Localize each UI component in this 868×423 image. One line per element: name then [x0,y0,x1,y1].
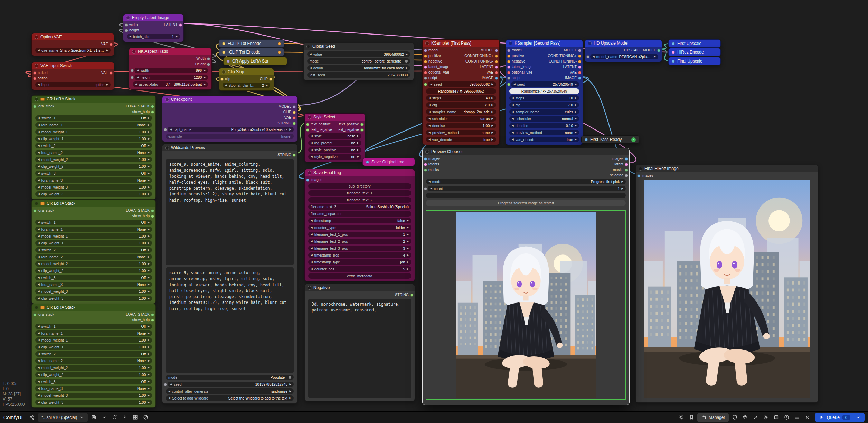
increment-arrow-icon[interactable] [575,138,577,141]
increment-arrow-icon[interactable] [491,138,493,141]
history-icon[interactable] [782,413,791,422]
node-titlebar[interactable]: Empty Latent Image [123,14,183,21]
cr-lora-stack-3-clip_weight_2-widget[interactable]: clip_weight_21.00 [35,372,152,377]
decrement-arrow-icon[interactable] [310,53,312,56]
increment-arrow-icon[interactable] [654,55,656,58]
decrement-arrow-icon[interactable] [38,283,40,286]
node-negative[interactable]: NegativeSTRING3d, monochrome, watermark,… [304,284,415,401]
decrement-arrow-icon[interactable] [38,144,40,147]
collapse-dot[interactable] [509,41,512,45]
output-slot-IMAGE[interactable] [578,77,581,80]
increment-arrow-icon[interactable] [491,117,493,120]
prompt-textarea[interactable]: score_9, source_anime, anime_coloring, a… [166,267,294,373]
decrement-arrow-icon[interactable] [38,186,40,189]
decrement-arrow-icon[interactable] [38,137,40,140]
collapsed-output-dot[interactable] [278,51,281,54]
save-workflow-icon[interactable] [89,413,98,422]
increment-arrow-icon[interactable] [491,97,493,99]
global-seed-mode-widget[interactable]: modecontrol_before_generate [307,58,410,64]
increment-arrow-icon[interactable] [148,117,150,119]
cr-lora-stack-2-switch_1-widget[interactable]: switch_1Off [35,220,152,225]
increment-arrow-icon[interactable] [106,49,108,52]
input-slot-model[interactable] [424,49,427,52]
increment-arrow-icon[interactable] [407,268,409,270]
increment-arrow-icon[interactable] [148,256,150,258]
increment-arrow-icon[interactable] [407,261,409,263]
ksampler-first-pass-vae_decode-widget[interactable]: vae_decodetrue [426,137,496,142]
collapse-dot[interactable] [35,97,38,101]
increment-arrow-icon[interactable] [357,148,359,151]
node-hd-upscale-model[interactable]: HD Upscale ModelUPSCALE_MODELmodel_nameR… [585,39,662,62]
input-slot-optional_vae[interactable] [507,71,510,74]
input-slot-model[interactable] [507,49,510,52]
increment-arrow-icon[interactable] [148,276,150,279]
increment-arrow-icon[interactable] [575,131,577,134]
increment-arrow-icon[interactable] [148,221,150,224]
node-cr-lora-stack-3[interactable]: CR LoRA Stacklora_stackLORA_STACKshow_he… [31,304,156,408]
node-titlebar[interactable]: Negative [305,284,415,291]
increment-arrow-icon[interactable] [148,359,150,362]
decrement-arrow-icon[interactable] [38,235,40,238]
output-slot-MODEL[interactable] [495,49,498,52]
input-slot-lora_stack[interactable] [33,313,36,316]
input-slot-images[interactable] [306,179,309,182]
increment-arrow-icon[interactable] [148,193,150,195]
ksampler-second-pass-steps-widget[interactable]: steps10 [509,95,579,101]
increment-arrow-icon[interactable] [148,332,150,335]
node-global-seed[interactable]: Global Seedvalue3965580062modecontrol_be… [303,42,414,80]
increment-arrow-icon[interactable] [148,339,150,342]
increment-arrow-icon[interactable] [491,110,493,113]
cr-lora-stack-2-lora_name_3-widget[interactable]: lora_name_3None [35,282,152,287]
decrement-arrow-icon[interactable] [311,240,313,243]
save-final-img-counter_type-widget[interactable]: counter_typefolder [308,225,411,230]
input-slot-script[interactable] [507,77,510,80]
style-select-log_prompt-widget[interactable]: log_promptno [308,140,361,146]
decrement-arrow-icon[interactable] [38,151,40,154]
vae-input-switch-input-widget[interactable]: Inputoption [35,82,111,87]
style-select-style_positive-widget[interactable]: style_positiveno [308,147,361,153]
decrement-arrow-icon[interactable] [137,69,139,72]
decrement-arrow-icon[interactable] [38,249,40,251]
decrement-arrow-icon[interactable] [38,172,40,175]
increment-arrow-icon[interactable] [148,297,150,300]
output-slot-LORA_STACK[interactable] [151,105,154,108]
node-preview-chooser[interactable]: Preview Chooserimagesimageslatentslatent… [422,148,630,405]
decrement-arrow-icon[interactable] [38,179,40,182]
save-final-img-filename_text_3_pos-widget[interactable]: filename_text_3_pos3 [308,246,411,251]
increment-arrow-icon[interactable] [106,83,108,86]
output-slot-CLIP[interactable] [269,78,272,81]
decrement-arrow-icon[interactable] [512,104,514,106]
node-titlebar[interactable]: Checkpoint [162,96,297,103]
decrement-arrow-icon[interactable] [512,97,514,99]
increment-arrow-icon[interactable] [148,366,150,369]
gallery-icon[interactable] [131,413,140,422]
cr-lora-stack-3-switch_2-widget[interactable]: switch_2Off [35,351,152,357]
collapsed-slot-dot[interactable] [585,138,588,141]
node-final-upscale[interactable]: Final Upscale [668,57,721,65]
save-final-img-filename_text_1_pos-widget[interactable]: filename_text_1_pos1 [308,232,411,237]
collapse-dot[interactable] [425,41,429,45]
decrement-arrow-icon[interactable] [38,158,40,161]
node-final-hirez-image[interactable]: Final HiRez Imageimages [635,165,818,403]
collapse-dot[interactable] [308,115,311,119]
node-nk-aspect-ratio[interactable]: NK Aspect RatioWidthHeightwidth896height… [129,48,212,90]
node-vae-input-switch[interactable]: VAE Input SwitchbakedVAEoptionInputoptio… [31,62,114,90]
wildcards-preview-seed-widget[interactable]: seed1013978512512748 [168,382,294,387]
decrement-arrow-icon[interactable] [512,138,514,141]
increment-arrow-icon[interactable] [406,53,408,56]
increment-arrow-icon[interactable] [148,373,150,376]
decrement-arrow-icon[interactable] [512,110,514,113]
cr-lora-stack-1-lora_name_3-widget[interactable]: lora_name_3None [35,177,152,183]
increment-arrow-icon[interactable] [148,179,150,182]
cr-lora-stack-1-switch_2-widget[interactable]: switch_2Off [35,143,152,148]
node-first-upscale[interactable]: First Upscale [668,39,721,48]
cr-lora-stack-2-model_weight_3-widget[interactable]: model_weight_31.00 [35,289,152,294]
output-slot-STRING[interactable] [293,154,296,157]
cr-lora-stack-2-clip_weight_2-widget[interactable]: clip_weight_21.00 [35,268,152,273]
decrement-arrow-icon[interactable] [38,346,40,348]
save-final-img-filename_text_1-widget[interactable]: filename_text_1 [308,190,411,196]
output-slot-UPSCALE_MODEL[interactable] [657,49,660,52]
collapse-dot[interactable] [35,35,38,39]
output-slot-CONDITIONING-[interactable] [495,60,498,63]
decrement-arrow-icon[interactable] [311,261,313,263]
